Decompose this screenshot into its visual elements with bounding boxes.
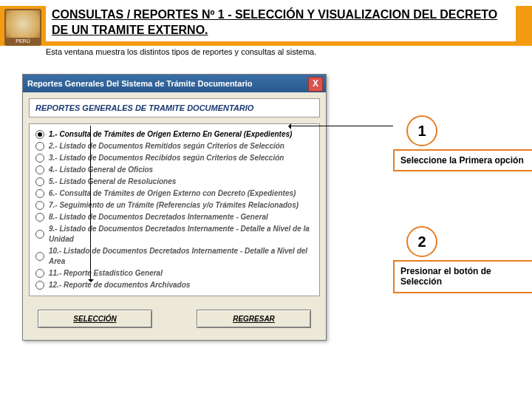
option-11[interactable]: 11.- Reporte Estadístico General [33, 267, 316, 279]
radio-icon [35, 177, 44, 186]
close-icon[interactable]: X [308, 77, 323, 92]
slide-title: CONSULTAS / REPORTES Nº 1 - SELECCIÓN Y … [46, 4, 516, 41]
radio-icon [35, 230, 44, 239]
arrow-1 [290, 126, 393, 126]
window-titlebar[interactable]: Reportes Generales Del Sistema de Trámit… [23, 75, 326, 92]
peru-seal-logo [4, 9, 41, 46]
arrow-2 [90, 126, 91, 281]
option-5[interactable]: 5.- Listado General de Resoluciones [33, 176, 316, 188]
radio-icon [35, 154, 44, 163]
option-12[interactable]: 12.- Reporte de documentos Archivados [33, 279, 316, 291]
option-1[interactable]: 1.- Consulta de Trámites de Origen Exter… [33, 129, 316, 140]
step-1-text: Seleccione la Primera opción [393, 149, 532, 171]
radio-icon [35, 166, 44, 174]
step-2-badge: 2 [406, 226, 437, 257]
radio-icon [35, 142, 44, 151]
options-group: 1.- Consulta de Trámites de Origen Exter… [29, 123, 320, 296]
option-9[interactable]: 9.- Listado de Documentos Decretados Int… [33, 223, 316, 245]
back-button[interactable]: REGRESAR [197, 310, 311, 328]
app-window: Reportes Generales Del Sistema de Trámit… [22, 74, 327, 341]
option-3[interactable]: 3.- Listado de Documentos Recibidos segú… [33, 152, 316, 164]
option-6[interactable]: 6.- Consulta de Trámites de Origen Exter… [33, 188, 316, 200]
option-7[interactable]: 7.- Seguimiento de un Trámite (Referenci… [33, 200, 316, 211]
option-4[interactable]: 4.- Listado General de Oficios [33, 164, 316, 176]
radio-icon [35, 281, 44, 290]
slide-subtitle: Esta ventana muestra los distintos tipos… [46, 47, 316, 56]
step-2-text: Presionar el botón de Selección [393, 260, 532, 293]
radio-icon [35, 130, 44, 139]
select-button[interactable]: SELECCIÓN [38, 310, 152, 328]
option-10[interactable]: 10.- Listado de Documentos Decretados In… [33, 245, 316, 267]
panel-header: REPORTES GENERALES DE TRAMITE DOCUMENTAR… [29, 98, 320, 117]
step-1-badge: 1 [406, 115, 437, 146]
radio-icon [35, 189, 44, 198]
option-2[interactable]: 2.- Listado de Documentos Remitidos segú… [33, 140, 316, 152]
radio-icon [35, 201, 44, 210]
window-title: Reportes Generales Del Sistema de Trámit… [27, 79, 252, 88]
radio-icon [35, 269, 44, 278]
button-row: SELECCIÓN REGRESAR [23, 302, 326, 340]
radio-icon [35, 252, 44, 261]
option-8[interactable]: 8.- Listado de Documentos Decretados Int… [33, 211, 316, 223]
radio-icon [35, 213, 44, 222]
